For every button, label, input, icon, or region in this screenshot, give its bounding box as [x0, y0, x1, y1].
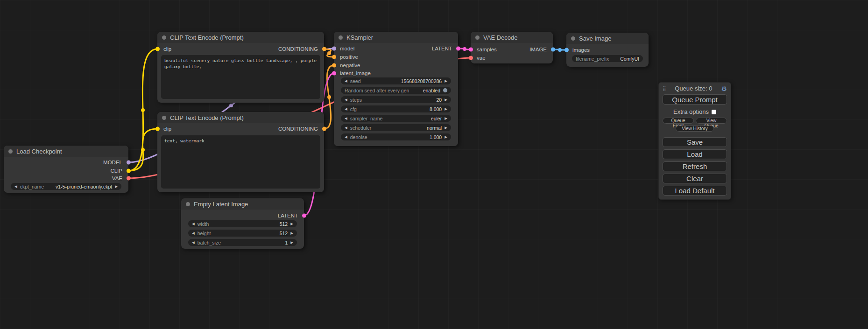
image-input-dot[interactable] — [565, 48, 569, 52]
view-history-button[interactable]: View History — [676, 126, 713, 132]
node-header[interactable]: Empty Latent Image — [181, 198, 304, 210]
node-load-checkpoint[interactable]: Load Checkpoint MODEL CLIP VAE ◀ ckpt_na… — [4, 146, 128, 193]
collapse-dot[interactable] — [571, 36, 575, 41]
random-seed-toggle-widget[interactable]: Random seed after every gen enabled — [341, 87, 451, 94]
ckpt-name-widget[interactable]: ◀ ckpt_name v1-5-pruned-emaonly.ckpt ▶ — [11, 183, 121, 190]
slot-label: samples — [477, 47, 497, 52]
collapse-dot[interactable] — [475, 35, 480, 40]
decrement-arrow-icon[interactable]: ◀ — [345, 107, 347, 111]
save-button[interactable]: Save — [663, 137, 727, 147]
decrement-arrow-icon[interactable]: ◀ — [345, 116, 347, 120]
latent-input-dot[interactable] — [469, 48, 473, 52]
widget-name: sampler_name — [350, 116, 382, 121]
seed-widget[interactable]: ◀ seed 156680208700286 ▶ — [341, 77, 451, 84]
decrement-arrow-icon[interactable]: ◀ — [345, 126, 347, 130]
collapse-dot[interactable] — [162, 35, 166, 40]
node-vae-decode[interactable]: VAE Decode samples IMAGE vae — [471, 32, 553, 63]
latent-output-dot[interactable] — [456, 47, 460, 51]
latent-input-dot[interactable] — [332, 71, 336, 76]
collapse-dot[interactable] — [186, 202, 190, 206]
queue-front-button[interactable]: Queue Front — [663, 118, 694, 124]
decrement-arrow-icon[interactable]: ◀ — [345, 135, 347, 139]
increment-arrow-icon[interactable]: ▶ — [445, 107, 447, 111]
decrement-arrow-icon[interactable]: ◀ — [345, 79, 347, 83]
output-slot-latent: LATENT — [432, 44, 458, 53]
node-header[interactable]: Save Image — [566, 33, 649, 44]
denoise-widget[interactable]: ◀ denoise 1.000 ▶ — [341, 133, 451, 140]
increment-arrow-icon[interactable]: ▶ — [445, 135, 447, 139]
widget-name: Random seed after every gen — [345, 88, 409, 93]
steps-widget[interactable]: ◀ steps 20 ▶ — [341, 96, 451, 103]
load-default-button[interactable]: Load Default — [663, 186, 727, 196]
widget-value: 1.000 — [430, 134, 442, 140]
latent-output-dot[interactable] — [302, 214, 306, 218]
load-button[interactable]: Load — [663, 149, 727, 159]
slot-label: IMAGE — [529, 47, 547, 52]
view-queue-button[interactable]: View Queue — [696, 118, 727, 124]
width-widget[interactable]: ◀ width 512 ▶ — [188, 220, 297, 227]
refresh-button[interactable]: Refresh — [663, 161, 727, 171]
clear-button[interactable]: Clear — [663, 174, 727, 183]
slot-label: model — [340, 46, 354, 51]
clip-input-dot[interactable] — [155, 127, 160, 131]
drag-handle-icon[interactable]: ⣿ — [663, 86, 666, 91]
image-output-dot[interactable] — [551, 48, 555, 52]
node-empty-latent-image[interactable]: Empty Latent Image LATENT ◀ width 512 ▶ … — [181, 198, 304, 249]
settings-gear-icon[interactable]: ⚙ — [721, 85, 727, 92]
node-header[interactable]: Load Checkpoint — [4, 146, 128, 157]
sampler-name-widget[interactable]: ◀ sampler_name euler ▶ — [341, 115, 451, 122]
collapse-dot[interactable] — [339, 35, 343, 40]
graph-canvas[interactable]: Load Checkpoint MODEL CLIP VAE ◀ ckpt_na… — [0, 0, 868, 329]
prompt-textarea[interactable]: text, watermark — [161, 135, 320, 189]
decrement-arrow-icon[interactable]: ◀ — [345, 98, 347, 102]
model-output-dot[interactable] — [127, 161, 131, 165]
model-input-dot[interactable] — [332, 47, 336, 51]
clip-input-dot[interactable] — [155, 47, 160, 51]
vae-input-dot[interactable] — [469, 56, 473, 60]
increment-arrow-icon[interactable]: ▶ — [290, 240, 293, 245]
clip-output-dot[interactable] — [127, 169, 131, 173]
decrement-arrow-icon[interactable]: ◀ — [192, 231, 195, 235]
collapse-dot[interactable] — [162, 116, 166, 120]
height-widget[interactable]: ◀ height 512 ▶ — [188, 230, 297, 237]
conditioning-output-dot[interactable] — [322, 127, 326, 131]
output-slot-latent: LATENT — [278, 211, 304, 220]
node-header[interactable]: CLIP Text Encode (Prompt) — [157, 32, 324, 43]
conditioning-output-dot[interactable] — [322, 47, 326, 51]
cfg-widget[interactable]: ◀ cfg 8.000 ▶ — [341, 105, 451, 112]
batch-size-widget[interactable]: ◀ batch_size 1 ▶ — [188, 239, 297, 246]
decrement-arrow-icon[interactable]: ◀ — [192, 222, 195, 226]
input-slot-model: model — [334, 44, 354, 53]
vae-output-dot[interactable] — [127, 176, 131, 181]
collapse-dot[interactable] — [8, 149, 13, 154]
node-clip-text-encode-positive[interactable]: CLIP Text Encode (Prompt) clip CONDITION… — [157, 32, 324, 103]
node-header[interactable]: KSampler — [334, 32, 458, 43]
increment-arrow-icon[interactable]: ▶ — [290, 222, 293, 226]
increment-arrow-icon[interactable]: ▶ — [445, 79, 447, 83]
node-save-image[interactable]: Save Image images filename_prefix ComfyU… — [566, 33, 649, 67]
slot-label: clip — [163, 126, 171, 132]
decrement-arrow-icon[interactable]: ◀ — [14, 184, 17, 189]
node-ksampler[interactable]: KSampler model LATENT positive negative … — [334, 32, 458, 146]
conditioning-input-dot[interactable] — [332, 55, 336, 59]
filename-prefix-widget[interactable]: filename_prefix ComfyUI — [572, 55, 643, 62]
conditioning-input-dot[interactable] — [332, 63, 336, 68]
increment-arrow-icon[interactable]: ▶ — [115, 184, 118, 189]
queue-prompt-button[interactable]: Queue Prompt — [663, 94, 727, 105]
node-header[interactable]: VAE Decode — [471, 32, 553, 43]
increment-arrow-icon[interactable]: ▶ — [445, 116, 447, 120]
toggle-dot[interactable] — [443, 88, 447, 92]
increment-arrow-icon[interactable]: ▶ — [445, 126, 447, 130]
extra-options-checkbox[interactable] — [712, 110, 716, 114]
node-clip-text-encode-negative[interactable]: CLIP Text Encode (Prompt) clip CONDITION… — [157, 112, 324, 192]
widget-name: seed — [350, 78, 361, 84]
slot-label: clip — [163, 46, 171, 52]
prompt-textarea[interactable]: beautiful scenery nature glass bottle la… — [161, 55, 320, 99]
increment-arrow-icon[interactable]: ▶ — [445, 98, 447, 102]
decrement-arrow-icon[interactable]: ◀ — [192, 240, 195, 245]
node-header[interactable]: CLIP Text Encode (Prompt) — [157, 112, 324, 123]
slot-label: positive — [340, 54, 358, 60]
slot-label: latent_image — [340, 70, 371, 76]
increment-arrow-icon[interactable]: ▶ — [290, 231, 293, 235]
scheduler-widget[interactable]: ◀ scheduler normal ▶ — [341, 124, 451, 131]
